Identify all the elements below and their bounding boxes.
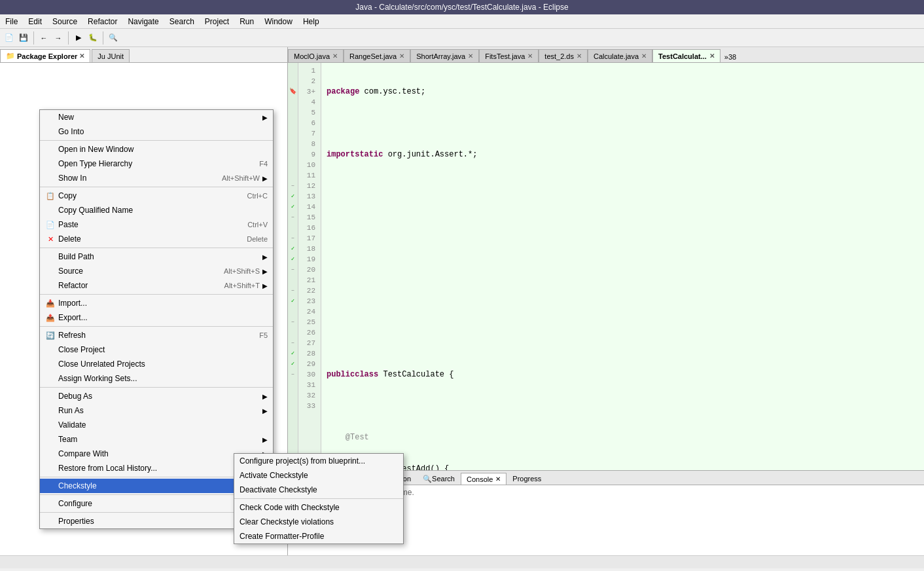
tab-junit[interactable]: Ju JUnit bbox=[92, 49, 130, 62]
tab-package-explorer-close[interactable]: ✕ bbox=[79, 52, 84, 60]
tab-console[interactable]: Console ✕ bbox=[461, 473, 506, 485]
ln-33: 33 bbox=[301, 401, 318, 411]
ctx-new-label: New bbox=[58, 113, 260, 122]
tab-console-close[interactable]: ✕ bbox=[495, 475, 501, 483]
toolbar-search[interactable]: 🔍 bbox=[107, 31, 120, 45]
tab-rangeset[interactable]: RangeSet.java ✕ bbox=[344, 49, 410, 62]
submenu-clear-violations-label: Clear Checkstyle violations bbox=[240, 517, 334, 526]
gutter-31 bbox=[288, 380, 298, 390]
ctx-run-as[interactable]: Run As ▶ bbox=[40, 403, 273, 418]
code-line-10: public class TestCalculate { bbox=[327, 369, 919, 380]
menu-window[interactable]: Window bbox=[259, 16, 298, 28]
ln-10: 10 bbox=[301, 160, 318, 170]
gutter-20: – bbox=[288, 265, 298, 275]
ctx-go-into-icon bbox=[45, 126, 56, 137]
ln-26: 26 bbox=[301, 327, 318, 338]
tab-search[interactable]: 🔍 Search bbox=[417, 473, 461, 485]
ctx-paste[interactable]: 📄 Paste Ctrl+V bbox=[40, 217, 273, 232]
ctx-build-path[interactable]: Build Path ▶ bbox=[40, 249, 273, 264]
ln-1: 1 bbox=[301, 65, 318, 76]
ctx-copy-qualified[interactable]: Copy Qualified Name bbox=[40, 203, 273, 217]
ln-11: 11 bbox=[301, 170, 318, 181]
ln-3: 3+ bbox=[301, 86, 318, 97]
menu-refactor[interactable]: Refactor bbox=[82, 16, 122, 28]
toolbar-save[interactable]: 💾 bbox=[17, 31, 30, 45]
tab-calculate[interactable]: Calculate.java ✕ bbox=[588, 49, 652, 62]
menu-file[interactable]: File bbox=[0, 16, 23, 28]
menu-source[interactable]: Source bbox=[47, 16, 82, 28]
code-line-9 bbox=[327, 338, 919, 348]
ctx-debug-as[interactable]: Debug As ▶ bbox=[40, 389, 273, 403]
code-line-11 bbox=[327, 401, 919, 411]
ctx-validate-icon bbox=[45, 420, 56, 430]
ctx-open-type-hierarchy[interactable]: Open Type Hierarchy F4 bbox=[40, 157, 273, 171]
ctx-refactor[interactable]: Refactor Alt+Shift+T ▶ bbox=[40, 278, 273, 293]
tab-shortarray-close[interactable]: ✕ bbox=[468, 52, 473, 60]
ctx-go-into[interactable]: Go Into bbox=[40, 124, 273, 139]
tab-shortarray[interactable]: ShortArray.java ✕ bbox=[410, 49, 479, 62]
tab-fitstest-close[interactable]: ✕ bbox=[527, 52, 533, 60]
ctx-copy[interactable]: 📋 Copy Ctrl+C bbox=[40, 189, 273, 203]
ctx-show-in[interactable]: Show In Alt+Shift+W ▶ bbox=[40, 171, 273, 185]
menu-navigate[interactable]: Navigate bbox=[122, 16, 164, 28]
ctx-close-unrelated[interactable]: Close Unrelated Projects bbox=[40, 357, 273, 371]
submenu-create-formatter[interactable]: Create Formatter-Profile bbox=[234, 529, 403, 543]
tab-testcalculate-close[interactable]: ✕ bbox=[709, 52, 715, 60]
ctx-import[interactable]: 📥 Import... bbox=[40, 296, 273, 310]
menu-search[interactable]: Search bbox=[164, 16, 200, 28]
code-content[interactable]: package com.ysc.test; import static org.… bbox=[321, 63, 924, 470]
gutter-3: 🔖 bbox=[288, 86, 298, 97]
ctx-source[interactable]: Source Alt+Shift+S ▶ bbox=[40, 264, 273, 278]
ctx-team-icon bbox=[45, 434, 56, 445]
gutter-17: – bbox=[288, 233, 298, 244]
ctx-close-unrelated-label: Close Unrelated Projects bbox=[58, 359, 268, 369]
submenu-check-code[interactable]: Check Code with Checkstyle bbox=[234, 500, 403, 515]
toolbar-run[interactable]: ▶ bbox=[72, 31, 85, 45]
gutter-12: – bbox=[288, 181, 298, 191]
ctx-refactor-icon bbox=[45, 280, 56, 291]
submenu-activate[interactable]: Activate Checkstyle bbox=[234, 468, 403, 483]
toolbar-forward[interactable]: → bbox=[52, 31, 65, 45]
ctx-export[interactable]: 📤 Export... bbox=[40, 310, 273, 325]
ctx-source-icon bbox=[45, 266, 56, 276]
gutter-7 bbox=[288, 128, 298, 139]
tab-testcalculate[interactable]: TestCalculat... ✕ bbox=[652, 49, 720, 62]
tab-fitstest[interactable]: FitsTest.java ✕ bbox=[479, 49, 539, 62]
tab-moclo-close[interactable]: ✕ bbox=[332, 52, 338, 60]
ctx-team[interactable]: Team ▶ bbox=[40, 432, 273, 447]
toolbar-back[interactable]: ← bbox=[37, 31, 50, 45]
ctx-copy-icon: 📋 bbox=[45, 191, 56, 201]
tab-package-explorer[interactable]: 📁 Package Explorer ✕ bbox=[0, 49, 90, 62]
line-numbers: 1 2 3+ 4 5 6 7 8 9 10 11 12 13 14 15 16 … bbox=[298, 63, 321, 470]
tab-progress[interactable]: Progress bbox=[506, 473, 547, 485]
ctx-new[interactable]: New ▶ bbox=[40, 110, 273, 124]
tab-rangeset-label: RangeSet.java bbox=[349, 52, 397, 60]
gutter-21 bbox=[288, 275, 298, 286]
ctx-assign-working-sets[interactable]: Assign Working Sets... bbox=[40, 371, 273, 386]
tab-calculate-close[interactable]: ✕ bbox=[641, 52, 647, 60]
ctx-close-project[interactable]: Close Project bbox=[40, 342, 273, 357]
menu-help[interactable]: Help bbox=[298, 16, 325, 28]
tab-test2ds-close[interactable]: ✕ bbox=[577, 52, 582, 60]
ctx-delete[interactable]: ✕ Delete Delete bbox=[40, 232, 273, 246]
ctx-refactor-shortcut: Alt+Shift+T bbox=[224, 282, 260, 289]
tab-rangeset-close[interactable]: ✕ bbox=[399, 52, 404, 60]
toolbar-new[interactable]: 📄 bbox=[3, 31, 16, 45]
ctx-open-new-window[interactable]: Open in New Window bbox=[40, 142, 273, 157]
toolbar: 📄 💾 ← → ▶ 🐛 🔍 bbox=[0, 29, 924, 47]
tab-test2ds[interactable]: test_2.ds ✕ bbox=[539, 49, 588, 62]
submenu-deactivate[interactable]: Deactivate Checkstyle bbox=[234, 483, 403, 497]
toolbar-debug[interactable]: 🐛 bbox=[86, 31, 99, 45]
code-area[interactable]: 🔖 – ✓ ✓ – – ✓ ✓ – – ✓ bbox=[288, 63, 924, 470]
ctx-validate[interactable]: Validate bbox=[40, 418, 273, 432]
menu-edit[interactable]: Edit bbox=[23, 16, 47, 28]
ctx-refresh[interactable]: 🔄 Refresh F5 bbox=[40, 328, 273, 342]
tab-search-label: Search bbox=[432, 475, 455, 483]
tab-overflow[interactable]: »38 bbox=[720, 52, 740, 62]
submenu-configure-blueprint[interactable]: Configure project(s) from blueprint... bbox=[234, 454, 403, 468]
menu-project[interactable]: Project bbox=[200, 16, 234, 28]
tab-moclo[interactable]: MoclO.java ✕ bbox=[288, 49, 344, 62]
menu-run[interactable]: Run bbox=[234, 16, 259, 28]
submenu-clear-violations[interactable]: Clear Checkstyle violations bbox=[234, 515, 403, 529]
ln-5: 5 bbox=[301, 107, 318, 118]
